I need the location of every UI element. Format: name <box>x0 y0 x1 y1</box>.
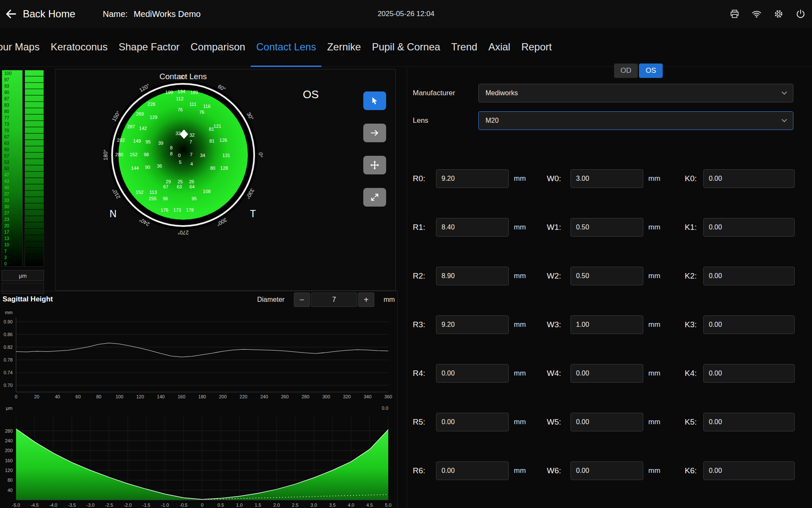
color-scale-value: 0 <box>2 261 22 267</box>
svg-text:60: 60 <box>76 394 81 399</box>
lens-param-row: R3:mmW3:mmK3: <box>407 315 812 334</box>
degree-label: 270° <box>178 229 189 235</box>
svg-text:0.78: 0.78 <box>4 357 13 362</box>
color-scale-value: 20 <box>2 223 22 229</box>
move-tool-button[interactable] <box>363 156 386 174</box>
r5-label: R5: <box>413 413 425 431</box>
map-value: 8 <box>170 145 173 150</box>
color-scale-value: 80 <box>2 108 22 115</box>
svg-text:3.5: 3.5 <box>329 502 335 508</box>
map-value: 25 <box>178 179 183 184</box>
k0-input[interactable] <box>703 169 795 188</box>
datetime: 2025-05-26 12:04 <box>378 0 434 28</box>
map-value: 112 <box>176 96 184 101</box>
w4-input[interactable] <box>571 364 643 383</box>
map-value: 144 <box>131 166 139 171</box>
map-value: 131 <box>222 153 230 158</box>
chevron-down-icon <box>782 89 787 95</box>
w2-label: W2: <box>547 267 561 285</box>
color-scale-value: 27 <box>2 210 22 216</box>
k3-input[interactable] <box>703 315 795 334</box>
svg-text:mm: mm <box>5 310 13 315</box>
topography-map[interactable]: 90°60°30°0°330°300°270°240°210°180°150°1… <box>98 69 269 240</box>
r4-input[interactable] <box>436 364 509 383</box>
tab-trend[interactable]: Trend <box>446 28 483 67</box>
svg-text:-0.5: -0.5 <box>180 502 188 508</box>
diameter-control: Diameter − + mm <box>257 293 395 307</box>
k1-input[interactable] <box>703 218 795 237</box>
w0-input[interactable] <box>571 169 643 188</box>
r1-input[interactable] <box>436 218 509 237</box>
color-scale-value: 37 <box>2 191 22 197</box>
tab-pupil-cornea[interactable]: Pupil & Cornea <box>366 28 445 67</box>
w1-input[interactable] <box>571 218 643 237</box>
color-scale-value: 47 <box>2 172 22 178</box>
gear-icon <box>774 9 784 19</box>
tab-zernike[interactable]: Zernike <box>321 28 366 67</box>
map-value: 255 <box>149 196 156 201</box>
svg-text:340: 340 <box>364 394 371 399</box>
map-value: 95 <box>192 196 197 201</box>
unit-label: mm <box>514 218 526 237</box>
svg-text:-5.0: -5.0 <box>12 502 20 508</box>
power-icon <box>796 9 806 19</box>
k2-input[interactable] <box>703 267 795 285</box>
svg-text:120: 120 <box>5 468 13 473</box>
tab-comparison[interactable]: Comparison <box>185 28 251 67</box>
r3-label: R3: <box>413 315 425 334</box>
color-scale-value: 60 <box>2 146 22 153</box>
nasal-label: N <box>110 208 117 220</box>
arrow-tool-button[interactable] <box>363 124 386 142</box>
svg-text:180: 180 <box>198 394 206 399</box>
w2-input[interactable] <box>571 267 643 285</box>
w6-input[interactable] <box>571 461 643 480</box>
map-value: 98 <box>144 152 149 157</box>
settings-button[interactable] <box>773 8 784 19</box>
diameter-input[interactable] <box>311 293 357 307</box>
svg-text:4.0: 4.0 <box>348 502 354 508</box>
w5-input[interactable] <box>571 413 643 431</box>
r3-input[interactable] <box>436 315 509 334</box>
back-home-button[interactable]: Back Home <box>5 0 75 28</box>
patient-name-block: Name: MediWorks Demo <box>103 0 200 28</box>
cursor-tool-button[interactable] <box>363 91 386 110</box>
r5-input[interactable] <box>436 413 509 431</box>
manufacturer-select[interactable]: Mediworks <box>478 84 793 102</box>
tab-keratoconus[interactable]: Keratoconus <box>45 28 113 67</box>
r0-input[interactable] <box>436 169 509 188</box>
unit-label: mm <box>514 413 526 431</box>
diameter-increment-button[interactable]: + <box>358 293 374 307</box>
tab-four-maps[interactable]: Four Maps <box>0 28 45 67</box>
resize-tool-button[interactable] <box>363 188 386 207</box>
tab-axial[interactable]: Axial <box>483 28 516 67</box>
tab-shape-factor[interactable]: Shape Factor <box>113 28 185 67</box>
lens-select[interactable]: M20 <box>478 111 793 130</box>
tab-report[interactable]: Report <box>516 28 557 67</box>
w3-input[interactable] <box>571 315 643 334</box>
unit-label: mm <box>648 267 660 285</box>
color-scale-value: 73 <box>2 121 22 127</box>
r6-input[interactable] <box>436 461 509 480</box>
map-value: 0 <box>178 153 181 158</box>
printer-button[interactable] <box>729 8 740 19</box>
map-value: 129 <box>150 115 157 120</box>
k6-input[interactable] <box>703 461 795 480</box>
power-button[interactable] <box>795 8 806 19</box>
map-value: 113 <box>149 190 157 195</box>
svg-text:80: 80 <box>96 394 101 399</box>
svg-text:0.82: 0.82 <box>4 345 13 350</box>
svg-text:40: 40 <box>8 488 13 493</box>
diameter-decrement-button[interactable]: − <box>294 293 310 307</box>
r2-input[interactable] <box>436 267 509 285</box>
map-value: 287 <box>127 124 135 129</box>
color-scale-value: 87 <box>2 96 22 102</box>
lens-label: Lens <box>413 116 428 125</box>
color-scale-value: 30 <box>2 204 22 210</box>
diameter-label: Diameter <box>257 296 285 304</box>
k5-input[interactable] <box>703 413 795 431</box>
map-value: 7 <box>189 139 192 144</box>
r2-label: R2: <box>413 267 425 285</box>
wifi-button[interactable] <box>751 8 762 19</box>
tab-contact-lens[interactable]: Contact Lens <box>251 28 321 67</box>
k4-input[interactable] <box>703 364 795 383</box>
